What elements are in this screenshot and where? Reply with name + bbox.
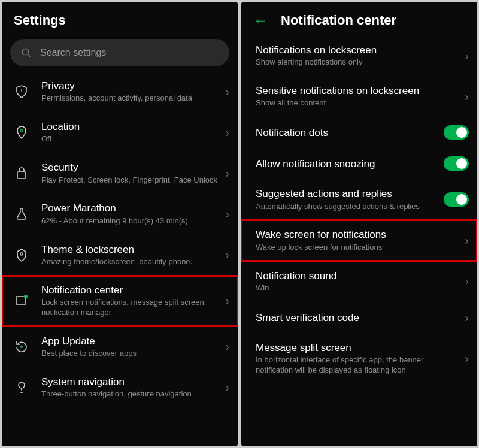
row-title: Wake screen for notifications — [256, 228, 461, 241]
toggle-allow-snoozing[interactable] — [444, 156, 469, 171]
svg-point-9 — [19, 382, 25, 388]
chevron-right-icon: › — [225, 85, 229, 99]
notification-center-icon — [14, 293, 29, 308]
row-title: Allow notification snoozing — [256, 158, 444, 170]
row-sub: Show all the content — [256, 98, 461, 108]
row-notification-dots[interactable]: Notification dots — [241, 117, 477, 148]
chevron-right-icon: › — [225, 167, 229, 180]
svg-point-0 — [22, 49, 29, 55]
row-sub: Show alerting notifications only — [256, 57, 461, 68]
row-title: Smart verification code — [256, 311, 461, 324]
row-title: Notifications on lockscreen — [256, 44, 461, 56]
chevron-right-icon: › — [465, 352, 469, 365]
row-sub: Automatically show suggested actions & r… — [256, 202, 444, 212]
row-suggested-actions[interactable]: Suggested actions and repliesAutomatical… — [241, 179, 477, 220]
row-power-marathon[interactable]: Power Marathon62% - About remaining 9 ho… — [2, 193, 238, 234]
svg-line-1 — [28, 54, 31, 57]
row-sub: Lock screen notifications, message split… — [41, 298, 222, 318]
svg-point-5 — [20, 253, 23, 255]
row-message-split-screen[interactable]: Message split screenIn horizontal interf… — [241, 333, 477, 384]
svg-rect-4 — [17, 172, 26, 178]
row-sub: Win — [256, 283, 461, 293]
row-sub: 62% - About remaining 9 hour(s) 43 min(s… — [41, 216, 222, 226]
row-title: Notification sound — [256, 270, 461, 282]
back-arrow-icon[interactable]: ← — [253, 13, 268, 28]
chevron-right-icon: › — [465, 49, 469, 63]
row-privacy[interactable]: PrivacyPermissions, account activity, pe… — [2, 71, 238, 112]
chevron-right-icon: › — [465, 311, 469, 325]
row-sub: Best place to discover apps — [41, 349, 222, 359]
row-title: System navigation — [41, 376, 222, 388]
row-app-update[interactable]: App UpdateBest place to discover apps › — [2, 326, 238, 367]
row-notification-center[interactable]: Notification centerLock screen notificat… — [2, 276, 238, 326]
row-title: Notification center — [41, 284, 222, 296]
row-location[interactable]: LocationOff › — [2, 112, 238, 153]
settings-title: Settings — [14, 13, 66, 28]
row-title: Sensitive notifications on lockscreen — [256, 84, 461, 97]
chevron-right-icon: › — [225, 380, 229, 394]
row-title: Theme & lockscreen — [41, 243, 222, 256]
location-icon — [14, 125, 29, 140]
row-smart-verification[interactable]: Smart verification code › — [241, 302, 477, 333]
notification-center-header: ← Notification center — [241, 2, 477, 35]
svg-point-8 — [20, 346, 23, 348]
row-sub: Play Protect, Screen lock, Fingerprint, … — [41, 175, 222, 186]
row-title: Notification dots — [256, 126, 444, 139]
row-sensitive-notifications[interactable]: Sensitive notifications on lockscreenSho… — [241, 76, 477, 117]
notification-center-screen: ← Notification center Notifications on l… — [241, 2, 477, 446]
settings-screen: Settings Search settings PrivacyPermissi… — [2, 2, 238, 446]
navigation-icon — [14, 380, 29, 395]
flask-icon — [14, 206, 29, 222]
shield-icon — [14, 84, 29, 99]
chevron-right-icon: › — [465, 274, 469, 288]
row-title: Power Marathon — [41, 202, 222, 214]
svg-point-3 — [20, 129, 23, 132]
svg-rect-6 — [17, 296, 25, 305]
chevron-right-icon: › — [225, 207, 229, 221]
theme-icon — [14, 247, 29, 263]
row-allow-snoozing[interactable]: Allow notification snoozing — [241, 148, 477, 179]
row-theme-lockscreen[interactable]: Theme & lockscreenAmazing theme/lockscre… — [2, 235, 238, 276]
row-title: Message split screen — [256, 341, 461, 354]
svg-rect-2 — [21, 89, 22, 92]
row-system-navigation[interactable]: System navigationThree-button navigation… — [2, 367, 238, 408]
row-title: Suggested actions and replies — [256, 187, 444, 200]
toggle-notification-dots[interactable] — [444, 125, 469, 140]
row-wake-screen[interactable]: Wake screen for notificationsWake up loc… — [241, 220, 477, 261]
row-sub: In horizontal interface of specific app,… — [256, 355, 461, 376]
chevron-right-icon: › — [225, 294, 229, 308]
row-sub: Off — [41, 134, 222, 144]
row-notifications-on-lockscreen[interactable]: Notifications on lockscreenShow alerting… — [241, 35, 477, 76]
row-title: Location — [41, 120, 222, 133]
row-sub: Three-button navigation, gesture navigat… — [41, 389, 222, 399]
row-title: Privacy — [41, 80, 222, 92]
lock-icon — [14, 165, 29, 181]
search-settings[interactable]: Search settings — [10, 39, 229, 66]
update-icon — [14, 339, 29, 355]
chevron-right-icon: › — [465, 234, 469, 247]
chevron-right-icon: › — [225, 126, 229, 140]
row-notification-sound[interactable]: Notification soundWin › — [241, 261, 477, 302]
search-placeholder: Search settings — [40, 47, 106, 58]
toggle-suggested-actions[interactable] — [444, 192, 469, 207]
chevron-right-icon: › — [225, 248, 229, 262]
svg-point-7 — [24, 295, 28, 298]
row-sub: Permissions, account activity, personal … — [41, 93, 222, 104]
settings-header: Settings — [2, 2, 238, 35]
notification-center-title: Notification center — [281, 13, 396, 28]
chevron-right-icon: › — [225, 340, 229, 353]
row-sub: Amazing theme/lockscreen ,beautify phone… — [41, 257, 222, 267]
row-title: Security — [41, 161, 222, 174]
row-title: App Update — [41, 335, 222, 347]
row-security[interactable]: SecurityPlay Protect, Screen lock, Finge… — [2, 153, 238, 193]
row-sub: Wake up lock screen for notifications — [256, 243, 461, 253]
chevron-right-icon: › — [465, 90, 469, 104]
search-icon — [21, 47, 32, 58]
